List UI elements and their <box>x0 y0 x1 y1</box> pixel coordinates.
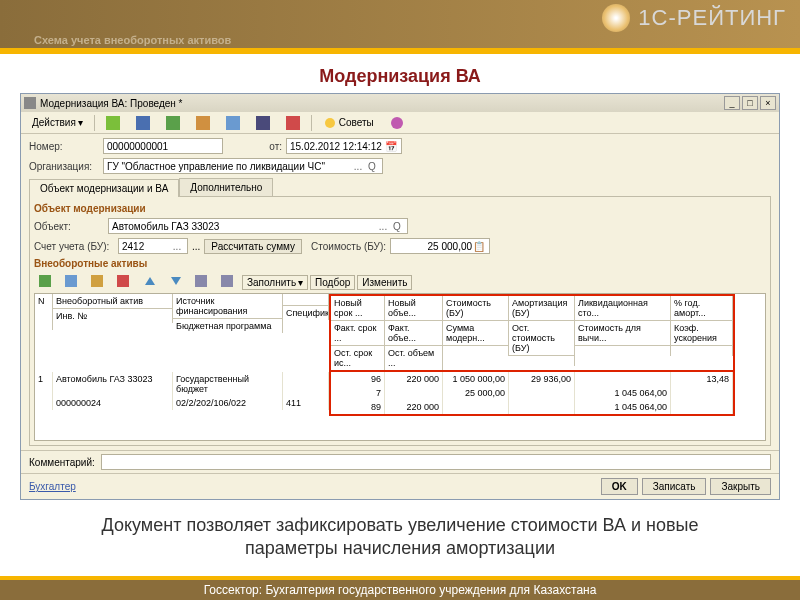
table-row: 89 220 000 1 045 064,00 <box>331 400 733 414</box>
col-inv: Инв. № <box>53 309 173 323</box>
col-budprog: Бюджетная программа <box>173 319 283 333</box>
col-finsrc: Источник финансирования <box>173 294 283 319</box>
actions-menu[interactable]: Действия ▾ <box>25 115 90 130</box>
maximize-button[interactable]: □ <box>742 96 758 110</box>
structure-button[interactable] <box>219 114 247 132</box>
app-icon <box>24 97 36 109</box>
select-icon[interactable]: ... <box>376 221 390 232</box>
assets-grid: N Внеоборотный актив Инв. № Источник фин… <box>34 293 766 441</box>
svg-rect-10 <box>65 275 77 287</box>
col-cost-bu: Стоимость (БУ) <box>443 296 509 321</box>
select-button[interactable]: Подбор <box>310 275 355 290</box>
grid-toolbar: Заполнить ▾ Подбор Изменить <box>34 273 766 291</box>
delete-row-button[interactable] <box>112 273 136 291</box>
copy-row-button[interactable] <box>60 273 84 291</box>
lightbulb-icon <box>323 116 337 130</box>
slide-caption: Документ позволяет зафиксировать увеличе… <box>0 500 800 559</box>
ok-button[interactable]: OK <box>601 478 638 495</box>
col-liq: Ликвидационная сто... <box>575 296 671 321</box>
svg-rect-16 <box>221 275 233 287</box>
save-button[interactable] <box>129 114 157 132</box>
date-input[interactable]: 15.02.2012 12:14:12📅 <box>286 138 402 154</box>
col-pct: % год. аморт... <box>671 296 733 321</box>
comment-input[interactable] <box>101 454 771 470</box>
help-button[interactable] <box>383 114 411 132</box>
section-assets-title: Внеоборотные активы <box>34 258 766 269</box>
tab-object[interactable]: Объект модернизации и ВА <box>29 179 179 197</box>
edit-row-button[interactable] <box>86 273 110 291</box>
col-n: N <box>35 294 53 330</box>
highlighted-columns: Новый срок ... Факт. срок ... Ост. срок … <box>329 294 735 372</box>
x-icon <box>117 275 131 289</box>
accent-bar <box>0 48 800 54</box>
move-down-button[interactable] <box>164 273 188 291</box>
table-row: 1 Автомобиль ГАЗ 33023 Государственный б… <box>35 372 329 396</box>
move-up-button[interactable] <box>138 273 162 291</box>
advice-button[interactable]: Советы <box>316 114 381 132</box>
minimize-button[interactable]: _ <box>724 96 740 110</box>
org-input[interactable]: ГУ "Областное управление по ликвидации Ч… <box>103 158 383 174</box>
col-ost-vol: Ост. объем ... <box>385 346 443 370</box>
movements-button[interactable] <box>249 114 277 132</box>
close-button[interactable]: × <box>760 96 776 110</box>
fill-menu[interactable]: Заполнить ▾ <box>242 275 308 290</box>
object-label: Объект: <box>34 221 104 232</box>
calc-icon[interactable]: 📋 <box>472 241 486 252</box>
calendar-icon[interactable]: 📅 <box>384 141 398 152</box>
sort-desc-button[interactable] <box>216 273 240 291</box>
svg-rect-5 <box>256 116 270 130</box>
print-icon <box>286 116 300 130</box>
grid-body[interactable]: 1 Автомобиль ГАЗ 33023 Государственный б… <box>35 372 765 440</box>
cost-input[interactable]: 25 000,00📋 <box>390 238 490 254</box>
object-input[interactable]: Автомобиль ГАЗ 33023...Q <box>108 218 408 234</box>
tab-additional[interactable]: Дополнительно <box>179 178 273 196</box>
svg-rect-9 <box>39 275 51 287</box>
table-row: 7 25 000,00 1 045 064,00 <box>331 386 733 400</box>
sort-desc-icon <box>221 275 235 289</box>
arrow-icon <box>106 116 120 130</box>
user-link[interactable]: Бухгалтер <box>29 481 76 492</box>
col-sum-mod: Сумма модерн... <box>443 321 509 346</box>
calc-sum-button[interactable]: Рассчитать сумму <box>204 239 302 254</box>
svg-rect-2 <box>166 116 180 130</box>
col-fact-vol: Факт. объе... <box>385 321 443 346</box>
window-title: Модернизация ВА: Проведен * <box>40 98 183 109</box>
open-icon[interactable]: ... <box>192 241 200 252</box>
plus-icon <box>39 275 53 289</box>
post-and-close-button[interactable] <box>99 114 127 132</box>
moves-icon <box>256 116 270 130</box>
write-button[interactable]: Записать <box>642 478 707 495</box>
print-button[interactable] <box>279 114 307 132</box>
post-button[interactable] <box>159 114 187 132</box>
open-icon[interactable]: Q <box>390 221 404 232</box>
unpost-button[interactable] <box>189 114 217 132</box>
col-calc: Стоимость для вычи... <box>575 321 671 346</box>
number-input[interactable]: 00000000001 <box>103 138 223 154</box>
edit-button[interactable]: Изменить <box>357 275 412 290</box>
slide-footer: Госсектор: Бухгалтерия государственного … <box>0 576 800 600</box>
add-row-button[interactable] <box>34 273 58 291</box>
svg-rect-11 <box>91 275 103 287</box>
account-input[interactable]: 2412... <box>118 238 188 254</box>
svg-rect-3 <box>196 116 210 130</box>
select-icon[interactable]: ... <box>351 161 365 172</box>
col-new-vol: Новый объе... <box>385 296 443 321</box>
sort-asc-button[interactable] <box>190 273 214 291</box>
open-icon[interactable]: Q <box>365 161 379 172</box>
tree-icon <box>226 116 240 130</box>
col-spec: Специфика <box>283 306 329 320</box>
check-icon <box>166 116 180 130</box>
col-new-term: Новый срок ... <box>331 296 385 321</box>
cost-label: Стоимость (БУ): <box>306 241 386 252</box>
help-icon <box>390 116 404 130</box>
table-row: 000000024 02/2/202/106/022 411 <box>35 396 329 410</box>
org-label: Организация: <box>29 161 99 172</box>
disk-icon <box>136 116 150 130</box>
svg-rect-4 <box>226 116 240 130</box>
svg-rect-0 <box>106 116 120 130</box>
sort-asc-icon <box>195 275 209 289</box>
select-icon[interactable]: ... <box>170 241 184 252</box>
close-doc-button[interactable]: Закрыть <box>710 478 771 495</box>
svg-rect-6 <box>286 116 300 130</box>
logo-icon <box>602 4 630 32</box>
